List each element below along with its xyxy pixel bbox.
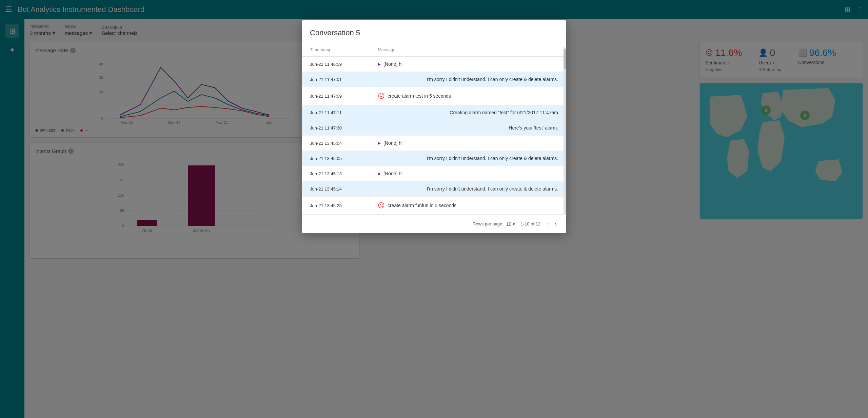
user-arrow-icon: ▶ xyxy=(378,171,381,176)
message-cell: ☹ create alarm test in 5 seconds xyxy=(378,92,558,100)
timestamp-cell: Jun-21 13:45:25 xyxy=(310,203,378,208)
timestamp-cell: Jun-21 11:47:09 xyxy=(310,94,378,99)
message-cell: Here's your 'test' alarm. xyxy=(378,125,558,131)
timestamp-cell: Jun-21 13:45:04 xyxy=(310,141,378,146)
modal-scrollbar[interactable] xyxy=(564,47,566,214)
table-row: Jun-21 11:47:30 Here's your 'test' alarm… xyxy=(302,120,566,136)
conversation-modal: Conversation 5 Timestamp Message Jun-21 … xyxy=(302,20,566,233)
table-row: Jun-21 11:47:11 Creating alarm named "te… xyxy=(302,105,566,120)
timestamp-cell: Jun-21 13:45:05 xyxy=(310,156,378,161)
message-cell: ▶ [None] hi xyxy=(378,140,558,146)
table-row: Jun-21 13:45:04 ▶ [None] hi xyxy=(302,136,566,151)
user-arrow-icon: ▶ xyxy=(378,62,381,66)
message-header: Message xyxy=(378,47,558,52)
page-info: 1-10 of 12 xyxy=(520,221,540,226)
rows-per-page-select[interactable]: 10 ▾ xyxy=(506,221,515,227)
user-arrow-icon: ▶ xyxy=(378,141,381,145)
modal-title: Conversation 5 xyxy=(310,28,558,37)
timestamp-cell: Jun-21 11:47:11 xyxy=(310,110,378,115)
message-cell: I'm sorry I didn't understand. I can onl… xyxy=(378,77,558,82)
table-header: Timestamp Message xyxy=(302,43,566,57)
rows-per-page-label: Rows per page: xyxy=(473,221,504,226)
message-cell: I'm sorry I didn't understand. I can onl… xyxy=(378,186,558,192)
table-row: Jun-21 11:47:01 I'm sorry I didn't under… xyxy=(302,72,566,87)
rows-per-page-control: Rows per page: 10 ▾ xyxy=(473,221,515,227)
message-cell: I'm sorry I didn't understand. I can onl… xyxy=(378,156,558,161)
scrollbar-thumb xyxy=(564,49,566,69)
rows-chevron-icon: ▾ xyxy=(513,221,515,227)
timestamp-cell: Jun-21 13:45:13 xyxy=(310,171,378,176)
table-row: Jun-21 11:46:59 ▶ [None] hi xyxy=(302,57,566,72)
table-row: Jun-21 11:47:09 ☹ create alarm test in 5… xyxy=(302,87,566,105)
sentiment-icon: ☹ xyxy=(378,92,385,100)
prev-page-button[interactable]: ‹ xyxy=(546,219,551,229)
timestamp-cell: Jun-21 11:47:30 xyxy=(310,125,378,131)
timestamp-header: Timestamp xyxy=(310,47,378,52)
message-cell: ☹ create alarm funfun in 5 seconds xyxy=(378,201,558,210)
table-row: Jun-21 13:45:05 I'm sorry I didn't under… xyxy=(302,151,566,166)
timestamp-cell: Jun-21 13:45:14 xyxy=(310,186,378,192)
message-cell: ▶ [None] hi xyxy=(378,171,558,176)
modal-overlay[interactable]: Conversation 5 Timestamp Message Jun-21 … xyxy=(0,0,868,418)
page-navigation: ‹ › xyxy=(546,219,558,229)
table-row: Jun-21 13:45:25 ☹ create alarm funfun in… xyxy=(302,197,566,215)
modal-header: Conversation 5 xyxy=(302,20,566,43)
table-row: Jun-21 13:45:14 I'm sorry I didn't under… xyxy=(302,181,566,197)
modal-footer: Rows per page: 10 ▾ 1-10 of 12 ‹ › xyxy=(302,215,566,233)
timestamp-cell: Jun-21 11:47:01 xyxy=(310,77,378,82)
sentiment-icon: ☹ xyxy=(378,201,385,210)
table-row: Jun-21 13:45:13 ▶ [None] hi xyxy=(302,166,566,181)
timestamp-cell: Jun-21 11:46:59 xyxy=(310,62,378,67)
next-page-button[interactable]: › xyxy=(553,219,558,229)
modal-body[interactable]: Jun-21 11:46:59 ▶ [None] hi Jun-21 11:47… xyxy=(302,57,566,215)
message-cell: Creating alarm named "test" for 6/21/201… xyxy=(378,110,558,115)
message-cell: ▶ [None] hi xyxy=(378,61,558,67)
